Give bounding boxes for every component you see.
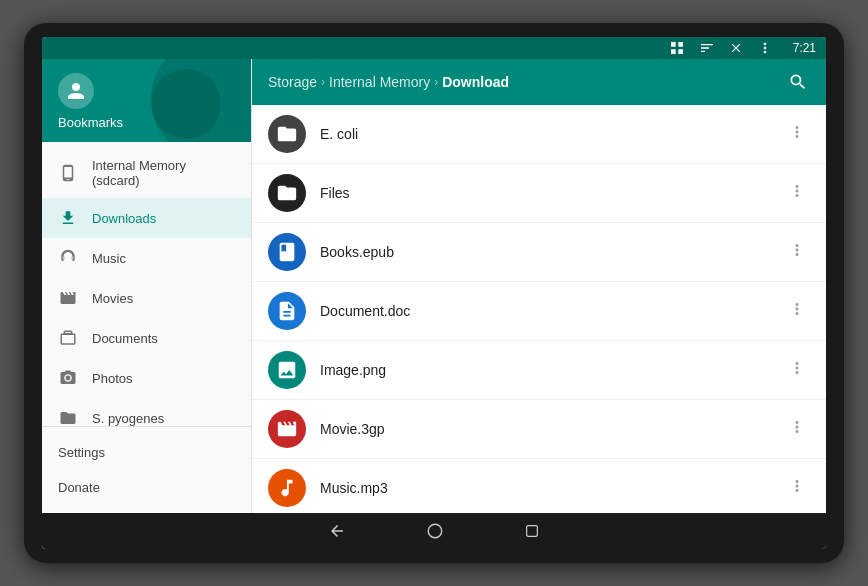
sidebar-item-label: Photos — [92, 371, 132, 386]
svg-rect-2 — [527, 526, 538, 537]
file-more-menu[interactable] — [784, 119, 810, 150]
folder-file-icon — [268, 174, 306, 212]
image-file-icon — [268, 351, 306, 389]
footer-item-settings[interactable]: Settings — [42, 435, 251, 470]
sidebar-item-label: Internal Memory (sdcard) — [92, 158, 235, 188]
camera-icon — [58, 368, 78, 388]
sidebar-header: Bookmarks — [42, 59, 251, 142]
music-file-icon — [268, 469, 306, 507]
file-name: Books.epub — [320, 244, 770, 260]
file-name: E. coli — [320, 126, 770, 142]
breadcrumb-level1: Internal Memory — [329, 74, 430, 90]
book-file-icon — [268, 233, 306, 271]
sidebar-title: Bookmarks — [58, 115, 123, 130]
svg-point-1 — [428, 524, 442, 538]
headset-icon — [58, 248, 78, 268]
sidebar-item-label: Music — [92, 251, 126, 266]
sidebar-item-label: Downloads — [92, 211, 156, 226]
main-area: Bookmarks Internal Memory (sdcard)Downlo… — [42, 59, 826, 513]
file-item-music[interactable]: Music.mp3 — [252, 459, 826, 513]
sidebar-footer: SettingsDonate — [42, 426, 251, 513]
folder-file-icon — [268, 115, 306, 153]
sort-icon[interactable] — [699, 40, 715, 56]
tablet-frame: 7:21 Bookmarks Internal Memory (sdcard)D… — [24, 23, 844, 563]
file-name: Movie.3gp — [320, 421, 770, 437]
nav-bar — [42, 513, 826, 549]
doc-file-icon — [268, 292, 306, 330]
movie-file-icon — [268, 410, 306, 448]
header-search-icon[interactable] — [786, 70, 810, 94]
file-item-movie[interactable]: Movie.3gp — [252, 400, 826, 459]
sidebar-item-downloads[interactable]: Downloads — [42, 198, 251, 238]
sidebar-item-label: Movies — [92, 291, 133, 306]
back-button[interactable] — [328, 522, 346, 540]
sidebar-item-music[interactable]: Music — [42, 238, 251, 278]
svg-point-0 — [66, 376, 71, 381]
file-name: Image.png — [320, 362, 770, 378]
file-more-menu[interactable] — [784, 355, 810, 386]
briefcase-icon — [58, 328, 78, 348]
breadcrumb: Storage › Internal Memory › Download — [268, 74, 509, 90]
breadcrumb-sep1: › — [321, 75, 325, 89]
sidebar-item-label: Documents — [92, 331, 158, 346]
file-name: Music.mp3 — [320, 480, 770, 496]
more-vert-icon[interactable] — [757, 40, 773, 56]
file-more-menu[interactable] — [784, 296, 810, 327]
breadcrumb-root: Storage — [268, 74, 317, 90]
top-toolbar: 7:21 — [42, 37, 826, 59]
content-area: Storage › Internal Memory › Download — [252, 59, 826, 513]
file-item-ecoli[interactable]: E. coli — [252, 105, 826, 164]
sidebar: Bookmarks Internal Memory (sdcard)Downlo… — [42, 59, 252, 513]
sidebar-item-documents[interactable]: Documents — [42, 318, 251, 358]
download-icon — [58, 208, 78, 228]
sidebar-item-photos[interactable]: Photos — [42, 358, 251, 398]
movie-icon — [58, 288, 78, 308]
file-item-books[interactable]: Books.epub — [252, 223, 826, 282]
file-more-menu[interactable] — [784, 414, 810, 445]
phone-android-icon — [58, 163, 78, 183]
file-item-image[interactable]: Image.png — [252, 341, 826, 400]
sidebar-item-internal-memory[interactable]: Internal Memory (sdcard) — [42, 148, 251, 198]
file-more-menu[interactable] — [784, 178, 810, 209]
avatar — [58, 73, 94, 109]
time-display: 7:21 — [793, 41, 816, 55]
file-item-files[interactable]: Files — [252, 164, 826, 223]
file-item-document[interactable]: Document.doc — [252, 282, 826, 341]
home-button[interactable] — [426, 522, 444, 540]
file-name: Document.doc — [320, 303, 770, 319]
breadcrumb-sep2: › — [434, 75, 438, 89]
file-more-menu[interactable] — [784, 473, 810, 504]
grid-view-icon[interactable] — [669, 40, 685, 56]
file-list: E. coliFilesBooks.epubDocument.docImage.… — [252, 105, 826, 513]
sidebar-item-spyogenes[interactable]: S. pyogenes — [42, 398, 251, 426]
close-icon[interactable] — [729, 41, 743, 55]
folder-icon — [58, 408, 78, 426]
header-toolbar — [786, 70, 810, 94]
tablet-screen: 7:21 Bookmarks Internal Memory (sdcard)D… — [42, 37, 826, 549]
content-header: Storage › Internal Memory › Download — [252, 59, 826, 105]
breadcrumb-current: Download — [442, 74, 509, 90]
sidebar-item-label: S. pyogenes — [92, 411, 164, 426]
sidebar-item-movies[interactable]: Movies — [42, 278, 251, 318]
recent-apps-button[interactable] — [524, 523, 540, 539]
footer-item-donate[interactable]: Donate — [42, 470, 251, 505]
file-more-menu[interactable] — [784, 237, 810, 268]
sidebar-nav: Internal Memory (sdcard)DownloadsMusicMo… — [42, 142, 251, 426]
file-name: Files — [320, 185, 770, 201]
